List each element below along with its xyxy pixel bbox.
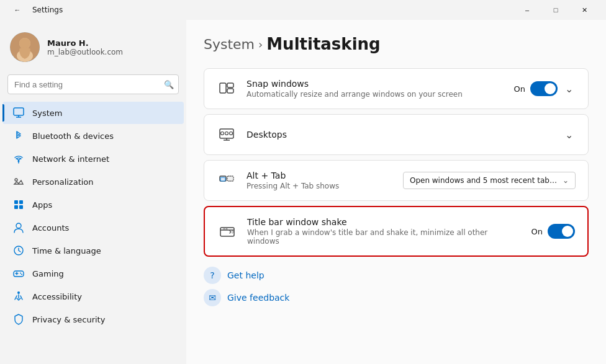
alt-tab-dropdown[interactable]: Open windows and 5 most recent tabs in M… xyxy=(403,172,576,189)
sidebar-item-apps-label: Apps xyxy=(32,200,174,210)
title-bar: ← Settings – □ ✕ xyxy=(0,0,606,20)
title-bar-shake-card: Title bar window shake When I grab a win… xyxy=(204,206,589,257)
privacy-icon xyxy=(12,313,25,326)
svg-rect-31 xyxy=(227,176,233,181)
svg-rect-24 xyxy=(220,129,233,138)
svg-point-28 xyxy=(225,132,228,135)
sidebar-item-time-label: Time & language xyxy=(32,246,174,255)
sidebar-item-privacy-label: Privacy & security xyxy=(32,315,174,324)
give-feedback-link[interactable]: ✉ Give feedback xyxy=(204,289,589,306)
svg-rect-4 xyxy=(14,108,24,115)
avatar xyxy=(10,32,40,62)
svg-rect-21 xyxy=(220,83,226,93)
sidebar-item-bluetooth[interactable]: Bluetooth & devices xyxy=(2,125,184,147)
help-links: ? Get help ✉ Give feedback xyxy=(204,267,589,306)
sidebar-item-accounts-label: Accounts xyxy=(32,223,174,233)
sidebar-item-gaming[interactable]: Gaming xyxy=(2,262,184,285)
sidebar-item-bluetooth-label: Bluetooth & devices xyxy=(32,131,174,141)
svg-rect-23 xyxy=(227,89,233,93)
desktops-title: Desktops xyxy=(246,130,553,140)
svg-point-20 xyxy=(17,291,20,294)
search-input[interactable] xyxy=(7,74,179,94)
sidebar-item-privacy[interactable]: Privacy & security xyxy=(2,308,184,331)
time-icon xyxy=(12,244,25,257)
accessibility-icon xyxy=(12,290,25,303)
alt-tab-title: Alt + Tab xyxy=(246,171,393,180)
sidebar-item-accounts[interactable]: Accounts xyxy=(2,216,184,239)
user-name: Mauro H. xyxy=(47,38,176,48)
alt-tab-card: Alt + Tab Pressing Alt + Tab shows Open … xyxy=(204,160,589,201)
sidebar-item-time[interactable]: Time & language xyxy=(2,239,184,262)
title-bar-shake-title: Title bar window shake xyxy=(247,217,522,227)
sidebar-item-system[interactable]: System xyxy=(2,102,184,124)
title-bar-shake-icon xyxy=(217,221,237,241)
alt-tab-control: Open windows and 5 most recent tabs in M… xyxy=(403,172,576,189)
alt-tab-desc: Pressing Alt + Tab shows xyxy=(246,182,393,190)
title-bar-shake-text: Title bar window shake When I grab a win… xyxy=(247,217,522,246)
desktops-row: Desktops ⌄ xyxy=(204,115,588,154)
snap-windows-row: Snap windows Automatically resize and ar… xyxy=(204,69,588,109)
user-profile[interactable]: Mauro H. m_lab@outlook.com xyxy=(0,25,186,74)
svg-point-19 xyxy=(21,274,22,275)
search-icon: 🔍 xyxy=(164,80,174,89)
desktops-expand-button[interactable]: ⌄ xyxy=(563,127,576,143)
desktops-text: Desktops xyxy=(246,130,553,140)
svg-rect-9 xyxy=(14,200,18,204)
desktops-control: ⌄ xyxy=(563,127,576,143)
svg-point-7 xyxy=(18,161,20,162)
breadcrumb-current: Multitasking xyxy=(266,35,380,53)
sidebar-item-personalization-label: Personalization xyxy=(32,177,174,187)
snap-windows-desc: Automatically resize and arrange windows… xyxy=(246,90,504,99)
svg-rect-32 xyxy=(220,177,225,181)
title-bar-left: ← Settings xyxy=(7,0,513,20)
title-bar-shake-row: Title bar window shake When I grab a win… xyxy=(205,207,587,255)
title-bar-shake-toggle[interactable] xyxy=(548,224,575,239)
system-icon xyxy=(12,107,25,119)
alt-tab-text: Alt + Tab Pressing Alt + Tab shows xyxy=(246,171,393,190)
snap-windows-card: Snap windows Automatically resize and ar… xyxy=(204,68,589,109)
sidebar-item-network-label: Network & internet xyxy=(32,154,174,164)
title-bar-shake-toggle-label: On xyxy=(531,227,543,236)
give-feedback-label: Give feedback xyxy=(227,293,289,303)
app-window: Mauro H. m_lab@outlook.com 🔍 System xyxy=(0,20,606,364)
bluetooth-icon xyxy=(12,130,25,142)
sidebar-item-accessibility[interactable]: Accessibility xyxy=(2,285,184,308)
snap-windows-icon xyxy=(217,79,237,99)
sidebar: Mauro H. m_lab@outlook.com 🔍 System xyxy=(0,20,186,364)
desktops-icon xyxy=(217,125,237,144)
window-controls: – □ ✕ xyxy=(513,0,599,20)
app-title: Settings xyxy=(32,6,63,14)
snap-windows-text: Snap windows Automatically resize and ar… xyxy=(246,79,504,99)
sidebar-item-network[interactable]: Network & internet xyxy=(2,148,184,170)
breadcrumb-chevron: › xyxy=(258,38,263,51)
alt-tab-icon xyxy=(217,171,237,190)
apps-icon xyxy=(12,198,25,211)
snap-windows-expand-button[interactable]: ⌄ xyxy=(563,81,576,97)
sidebar-item-apps[interactable]: Apps xyxy=(2,193,184,216)
get-help-link[interactable]: ? Get help xyxy=(204,267,589,284)
get-help-icon: ? xyxy=(204,267,221,284)
back-button[interactable]: ← xyxy=(7,0,27,20)
svg-point-29 xyxy=(230,132,233,135)
title-bar-shake-control: On xyxy=(531,224,575,239)
desktops-card: Desktops ⌄ xyxy=(204,114,589,155)
page-header: System › Multitasking xyxy=(204,35,589,53)
svg-rect-22 xyxy=(227,83,233,87)
minimize-button[interactable]: – xyxy=(513,0,541,20)
search-box: 🔍 xyxy=(7,74,179,94)
user-email: m_lab@outlook.com xyxy=(47,48,176,56)
dropdown-chevron-icon: ⌄ xyxy=(563,176,569,185)
close-button[interactable]: ✕ xyxy=(570,0,599,20)
maximize-button[interactable]: □ xyxy=(541,0,570,20)
svg-point-8 xyxy=(15,179,17,181)
svg-point-13 xyxy=(16,223,21,228)
content-area: System › Multitasking Snap windows Autom… xyxy=(186,20,606,364)
sidebar-item-personalization[interactable]: Personalization xyxy=(2,171,184,193)
svg-point-18 xyxy=(20,273,21,274)
snap-windows-toggle[interactable] xyxy=(530,81,558,96)
personalization-icon xyxy=(12,175,25,188)
accounts-icon xyxy=(12,221,25,234)
snap-windows-control: On ⌄ xyxy=(514,81,576,97)
svg-rect-12 xyxy=(19,205,23,209)
alt-tab-row: Alt + Tab Pressing Alt + Tab shows Open … xyxy=(204,161,588,200)
